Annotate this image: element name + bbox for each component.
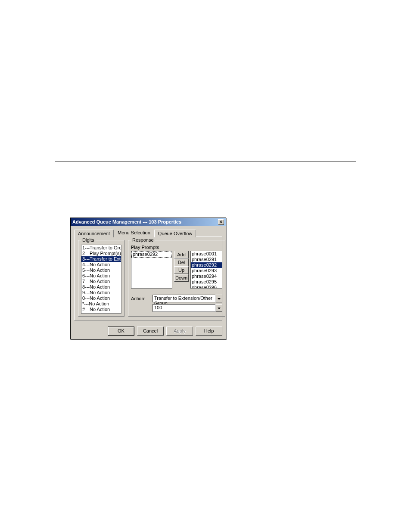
down-button[interactable]: Down (174, 274, 189, 282)
action-combo[interactable]: Transfer to Extension/Other Group (153, 295, 222, 302)
svg-marker-1 (218, 308, 221, 309)
list-item[interactable]: 3---Transfer to Extension/0 (81, 256, 121, 262)
ok-button[interactable]: OK (108, 327, 134, 336)
svg-marker-0 (218, 298, 221, 300)
close-icon[interactable]: ✕ (218, 219, 224, 225)
digits-label: Digits (81, 237, 96, 243)
play-prompts-label: Play Prompts (131, 245, 222, 250)
list-item[interactable]: 2---Play Prompt(s) (81, 251, 121, 256)
tabstrip: Announcement Menu Selection Queue Overfl… (74, 229, 222, 236)
list-item[interactable]: phrase0293 (191, 268, 222, 274)
list-item[interactable]: phrase0296 (191, 285, 222, 289)
available-prompts-listbox[interactable]: phrase0001phrase0291phrase0292phrase0293… (190, 251, 222, 289)
list-item[interactable]: phrase0291 (191, 257, 222, 262)
digits-group: Digits 1---Transfer to Group VM2---Play … (78, 240, 125, 317)
dialog: Advanced Queue Management --- 103 Proper… (70, 218, 226, 339)
chevron-down-icon[interactable] (215, 304, 222, 312)
list-item[interactable]: #---No Action (81, 307, 121, 312)
add-button[interactable]: Add (174, 251, 189, 258)
list-item[interactable]: phrase0294 (191, 274, 222, 279)
list-item[interactable]: 6---No Action (81, 273, 121, 279)
chevron-down-icon[interactable] (215, 295, 222, 302)
list-item[interactable]: 8---No Action (81, 284, 121, 290)
tab-queue-overflow[interactable]: Queue Overflow (154, 230, 196, 237)
list-item[interactable]: 1---Transfer to Group VM (81, 245, 121, 251)
digits-listbox[interactable]: 1---Transfer to Group VM2---Play Prompt(… (81, 245, 121, 314)
action-target-combo[interactable]: 100 (153, 304, 222, 312)
list-item[interactable]: 9---No Action (81, 290, 121, 296)
titlebar[interactable]: Advanced Queue Management --- 103 Proper… (71, 218, 226, 226)
dialog-footer: OK Cancel Apply Help (71, 324, 226, 339)
list-item[interactable]: 5---No Action (81, 268, 121, 273)
list-item[interactable]: phrase0292 (191, 262, 222, 268)
up-button[interactable]: Up (174, 266, 189, 274)
window-title: Advanced Queue Management --- 103 Proper… (72, 219, 181, 224)
action-target: 100 (153, 304, 215, 312)
response-label: Response (131, 237, 155, 243)
list-item[interactable]: phrase0292 (131, 251, 172, 258)
action-label: Action: (131, 296, 149, 301)
del-button[interactable]: Del (174, 258, 189, 266)
help-button[interactable]: Help (196, 327, 222, 336)
list-item[interactable]: *---No Action (81, 301, 121, 307)
list-item[interactable]: phrase0295 (191, 279, 222, 285)
list-item[interactable]: 4---No Action (81, 262, 121, 268)
cancel-button[interactable]: Cancel (137, 327, 164, 336)
selected-prompts-listbox[interactable]: phrase0292 (131, 251, 172, 289)
tab-menu-selection[interactable]: Menu Selection (114, 229, 154, 236)
tab-announcement[interactable]: Announcement (74, 230, 114, 237)
list-item[interactable]: 0---No Action (81, 296, 121, 301)
list-item[interactable]: 7---No Action (81, 279, 121, 284)
list-item[interactable]: phrase0001 (191, 251, 222, 257)
action-value: Transfer to Extension/Other Group (153, 295, 215, 302)
tab-panel: Digits 1---Transfer to Group VM2---Play … (74, 236, 222, 320)
apply-button[interactable]: Apply (166, 327, 193, 336)
response-group: Response Play Prompts phrase0292 Add Del… (128, 240, 225, 317)
horizontal-rule (55, 162, 356, 162)
